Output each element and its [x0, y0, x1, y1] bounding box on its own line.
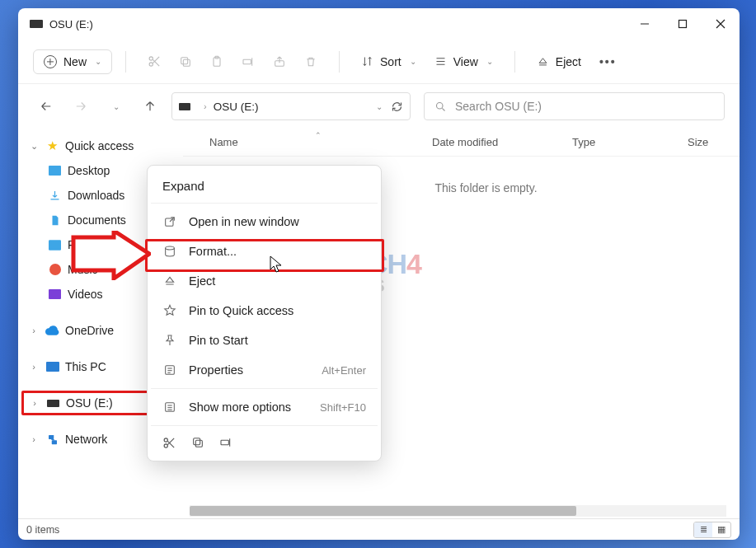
search-icon [434, 101, 447, 113]
svg-line-6 [153, 59, 159, 66]
toolbar-divider [339, 51, 340, 73]
menu-item-label: Open in new window [189, 215, 366, 228]
refresh-icon[interactable] [391, 101, 403, 113]
horizontal-scrollbar[interactable] [190, 505, 726, 517]
network-icon [45, 433, 59, 446]
chevron-down-icon: ⌄ [95, 57, 101, 66]
svg-rect-20 [49, 240, 61, 251]
arrow-left-icon [39, 99, 54, 114]
eject-button[interactable]: Eject [528, 52, 589, 72]
up-button[interactable] [137, 93, 163, 119]
context-menu-pin-quick-access[interactable]: Pin to Quick access [151, 296, 378, 326]
star-outline-icon [162, 304, 177, 317]
recent-button[interactable]: ⌄ [102, 93, 129, 119]
documents-icon [48, 214, 62, 227]
sidebar-item-label: Quick access [65, 139, 134, 152]
sidebar-item-label: This PC [65, 360, 106, 373]
view-icon [434, 55, 447, 68]
desktop-icon [48, 165, 62, 177]
sort-label: Sort [380, 55, 401, 68]
paste-button[interactable] [202, 47, 232, 77]
details-view-button[interactable]: ≣ [694, 522, 712, 537]
svg-point-35 [164, 444, 167, 447]
svg-point-25 [166, 246, 175, 250]
close-icon [716, 19, 725, 29]
sort-icon [361, 55, 373, 68]
scrollbar-thumb[interactable] [190, 506, 576, 516]
sidebar-item-label: Desktop [68, 164, 110, 177]
new-button[interactable]: New ⌄ [33, 49, 112, 74]
chevron-down-icon[interactable]: ⌄ [28, 141, 40, 152]
close-button[interactable] [702, 8, 740, 40]
menu-item-shortcut: Alt+Enter [322, 364, 366, 377]
arrow-up-icon [143, 99, 157, 114]
context-menu-pin-start[interactable]: Pin to Start [151, 326, 378, 355]
cut-icon[interactable] [162, 436, 176, 452]
cut-button[interactable] [139, 47, 169, 77]
svg-rect-8 [183, 59, 190, 66]
plus-circle-icon [44, 55, 57, 68]
back-button[interactable] [33, 93, 59, 119]
more-button[interactable]: ••• [591, 52, 625, 72]
menu-divider [151, 388, 378, 389]
downloads-icon [48, 190, 62, 202]
copy-icon[interactable] [191, 436, 204, 452]
column-header-size[interactable]: Size [678, 136, 727, 148]
maximize-button[interactable] [664, 8, 702, 40]
chevron-right-icon[interactable]: › [28, 434, 40, 444]
delete-button[interactable] [296, 47, 326, 77]
sidebar-item-quick-access[interactable]: ⌄ ★ Quick access [23, 133, 180, 158]
arrow-right-icon [73, 99, 88, 114]
rename-icon[interactable] [219, 436, 232, 452]
chevron-right-icon[interactable]: › [28, 362, 40, 372]
sidebar-item-label: Network [65, 433, 107, 446]
context-menu-properties[interactable]: Properties Alt+Enter [151, 355, 378, 385]
search-input[interactable]: Search OSU (E:) [424, 92, 725, 120]
status-bar: 0 items ≣ ▦ [18, 518, 740, 540]
icons-view-button[interactable]: ▦ [712, 522, 730, 537]
sidebar-item-label: OneDrive [65, 324, 114, 337]
maximize-icon [678, 19, 688, 29]
drive-icon [46, 397, 60, 410]
svg-point-18 [437, 102, 444, 109]
drive-icon [179, 103, 190, 110]
breadcrumb-current[interactable]: OSU (E:) [214, 101, 259, 113]
drive-icon [30, 20, 43, 28]
music-icon [48, 264, 62, 276]
navbar: ⌄ › OSU (E:) ⌄ Search OSU (E:) [18, 84, 740, 129]
share-button[interactable] [265, 47, 294, 77]
minimize-icon [640, 19, 650, 29]
address-bar[interactable]: › OSU (E:) ⌄ [171, 92, 411, 120]
properties-icon [162, 363, 177, 377]
chevron-right-icon[interactable]: › [28, 326, 40, 335]
column-header-type[interactable]: Type [562, 136, 678, 148]
trash-icon [304, 55, 317, 68]
share-icon [273, 55, 286, 68]
context-menu-expand[interactable]: Expand [151, 171, 378, 199]
menu-item-label: Show more options [189, 400, 308, 414]
svg-rect-12 [243, 59, 251, 63]
titlebar: OSU (E:) [18, 8, 740, 40]
column-header-name[interactable]: Name [183, 136, 422, 148]
menu-item-label: Format... [189, 245, 366, 258]
copy-icon [179, 55, 192, 68]
svg-rect-9 [181, 57, 188, 63]
sidebar-item-label: OSU (E:) [66, 396, 113, 410]
open-external-icon [162, 215, 177, 228]
chevron-down-icon[interactable]: ⌄ [376, 102, 383, 111]
copy-button[interactable] [171, 47, 200, 77]
sort-button[interactable]: Sort ⌄ [353, 52, 425, 72]
view-button[interactable]: View ⌄ [426, 52, 501, 72]
minimize-button[interactable] [626, 8, 664, 40]
forward-button[interactable] [68, 93, 94, 119]
context-menu-show-more[interactable]: Show more options Shift+F10 [151, 392, 378, 422]
context-menu-eject[interactable]: Eject [151, 266, 378, 296]
star-icon: ★ [45, 140, 59, 152]
chevron-right-icon[interactable]: › [29, 398, 40, 408]
column-header-date[interactable]: Date modified [422, 136, 562, 148]
context-menu-format[interactable]: Format... [151, 237, 378, 266]
window-title: OSU (E:) [49, 18, 93, 30]
context-menu-open-new-window[interactable]: Open in new window [151, 207, 378, 237]
svg-rect-38 [195, 440, 202, 447]
rename-button[interactable] [233, 47, 263, 77]
